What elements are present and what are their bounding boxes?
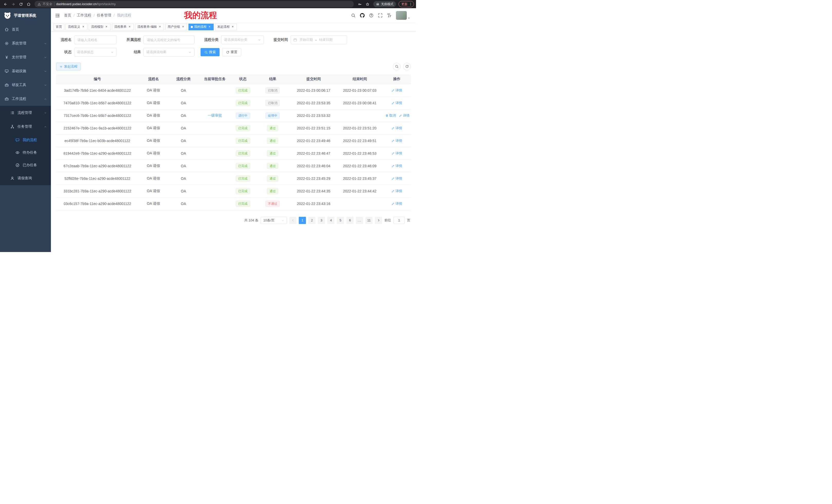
sidebar-item-todo-tasks[interactable]: 待办任务: [0, 146, 51, 159]
back-icon[interactable]: [2, 1, 9, 7]
category-select[interactable]: 请选择流程分类: [221, 35, 264, 44]
bookmark-star-icon[interactable]: [364, 1, 371, 7]
cell-submit-time: 2022-01-22 23:53:35: [290, 96, 337, 109]
chevron-up-icon: [44, 97, 47, 101]
tab-process-form[interactable]: 流程表单×: [112, 24, 134, 30]
help-icon[interactable]: [369, 13, 373, 18]
tab-close-icon[interactable]: ×: [81, 25, 85, 29]
detail-action[interactable]: 详情: [392, 88, 402, 93]
sidebar-item-my-process[interactable]: 我的流程: [0, 134, 51, 146]
tab-close-icon[interactable]: ×: [128, 25, 131, 29]
page-button-1[interactable]: 1: [299, 217, 306, 224]
cell-submit-time: 2022-01-22 23:49:46: [290, 134, 337, 147]
github-icon[interactable]: [360, 13, 365, 18]
status-tag: 已完成: [236, 163, 250, 169]
date-end-placeholder: 结束日期: [319, 37, 333, 42]
breadcrumb-item-task-management[interactable]: 任务管理: [97, 13, 111, 18]
detail-action[interactable]: 详情: [392, 126, 402, 131]
cell-submit-time: 2022-01-22 23:44:35: [290, 185, 337, 197]
next-page-button[interactable]: [375, 217, 382, 224]
detail-action[interactable]: 详情: [392, 151, 402, 156]
sidebar-item-payment-management[interactable]: 支付管理: [0, 50, 51, 64]
tab-close-icon[interactable]: ×: [231, 25, 234, 29]
update-button[interactable]: 更新: [398, 1, 414, 7]
tab-close-icon[interactable]: ×: [208, 25, 211, 29]
font-size-icon[interactable]: [387, 13, 392, 18]
page-button-6[interactable]: 6: [346, 217, 354, 224]
warning-icon[interactable]: [37, 3, 41, 6]
sidebar-item-home[interactable]: 首页: [0, 23, 51, 36]
hide-search-button[interactable]: [393, 63, 400, 71]
goto-page-input[interactable]: [393, 217, 405, 224]
sidebar-item-dev-tools[interactable]: 研发工具: [0, 78, 51, 92]
sidebar-item-system-management[interactable]: 系统管理: [0, 36, 51, 50]
browser-home-icon[interactable]: [25, 1, 32, 7]
tab-user-group[interactable]: 用户分组×: [165, 24, 187, 30]
cell-actions: 详情: [383, 134, 411, 147]
prev-page-button[interactable]: [289, 217, 296, 224]
browser-menu-icon[interactable]: [408, 2, 413, 7]
cell-status: 已完成: [231, 185, 255, 197]
menu-fold-icon[interactable]: [55, 13, 60, 18]
breadcrumb-item-home[interactable]: 首页: [64, 13, 71, 18]
fullscreen-icon[interactable]: [378, 13, 383, 18]
tab-process-form-edit[interactable]: 流程表单-编辑×: [135, 24, 164, 30]
sidebar-item-process-management[interactable]: 流程管理: [0, 106, 51, 120]
tab-home[interactable]: 首页: [53, 24, 64, 30]
tab-start-process[interactable]: 发起流程×: [215, 24, 237, 30]
process-def-input[interactable]: [144, 35, 194, 44]
chevron-right-icon: [377, 219, 380, 222]
edit-icon: [392, 164, 395, 167]
reset-button[interactable]: 重置: [222, 48, 241, 56]
breadcrumb-item-workflow[interactable]: 工作流程: [77, 13, 91, 18]
page-button-11[interactable]: 11: [365, 217, 372, 224]
sidebar-item-infrastructure[interactable]: 基础设施: [0, 64, 51, 78]
app-logo-row[interactable]: 芋道管理系统: [0, 8, 51, 23]
tab-close-icon[interactable]: ×: [105, 25, 108, 29]
cancel-action[interactable]: 取消: [385, 113, 396, 118]
detail-action[interactable]: 详情: [392, 164, 402, 168]
sidebar-item-workflow[interactable]: 工作流程: [0, 92, 51, 106]
table-header-row: 编号流程名流程分类当前审批任务状态结果提交时间结束时间操作: [56, 75, 411, 84]
tab-my-process[interactable]: 我的流程×: [188, 24, 214, 30]
sidebar-item-leave-query[interactable]: 请假查询: [0, 171, 51, 185]
more-pages-button[interactable]: ...: [356, 217, 363, 224]
process-name-input[interactable]: [74, 35, 117, 44]
cell-actions: 详情: [383, 122, 411, 134]
status-select[interactable]: 请选择状态: [74, 48, 117, 57]
page-button-2[interactable]: 2: [308, 217, 315, 224]
key-icon[interactable]: [356, 1, 363, 7]
user-avatar[interactable]: [396, 11, 412, 20]
detail-action[interactable]: 详情: [392, 176, 402, 181]
chevron-down-icon: [44, 111, 47, 114]
forward-icon[interactable]: [10, 1, 17, 7]
result-select[interactable]: 请选择流结果: [144, 48, 194, 57]
reload-icon[interactable]: [18, 1, 24, 7]
cell-actions: 详情: [383, 96, 411, 109]
page-button-3[interactable]: 3: [318, 217, 325, 224]
tab-close-icon[interactable]: ×: [181, 25, 185, 29]
page-size-select[interactable]: 10条/页: [261, 217, 287, 224]
page-button-5[interactable]: 5: [337, 217, 344, 224]
search-button[interactable]: 搜索: [201, 48, 219, 56]
page-button-4[interactable]: 4: [327, 217, 335, 224]
sidebar-item-done-tasks[interactable]: 已办任务: [0, 159, 51, 171]
search-icon[interactable]: [351, 13, 356, 18]
tab-close-icon[interactable]: ×: [158, 25, 162, 29]
sidebar-item-label: 任务管理: [18, 124, 43, 129]
detail-action[interactable]: 详情: [392, 189, 402, 193]
detail-action[interactable]: 详情: [392, 201, 402, 206]
detail-action[interactable]: 详情: [392, 138, 402, 143]
sidebar-item-task-management[interactable]: 任务管理: [0, 120, 51, 134]
detail-action[interactable]: 详情: [392, 101, 402, 105]
column-header: 编号: [56, 75, 139, 84]
table-row: 52ffd28e-7b9a-11ec-a290-acde48001122OA 请…: [56, 172, 411, 185]
address-bar[interactable]: 不安全 dashboard.yudao.iocoder.cn/bpm/task/…: [34, 1, 354, 7]
detail-action[interactable]: 详情: [399, 113, 410, 118]
refresh-table-button[interactable]: [403, 63, 411, 71]
submit-time-range-picker[interactable]: 开始日期 - 结束日期: [290, 35, 347, 44]
start-process-button[interactable]: 发起流程: [56, 63, 81, 71]
task-link[interactable]: 一级审批: [208, 113, 222, 117]
tab-process-model[interactable]: 流程模型×: [89, 24, 110, 30]
tab-process-definition[interactable]: 流程定义×: [66, 24, 87, 30]
